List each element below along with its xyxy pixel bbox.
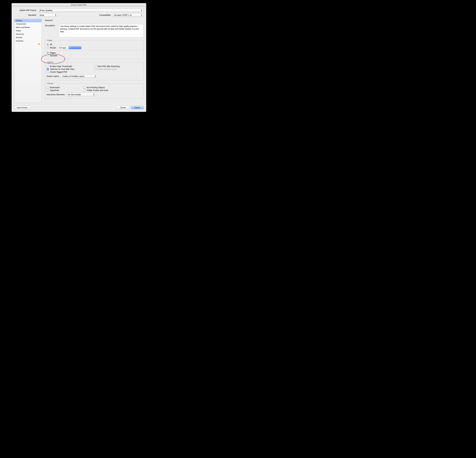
- compatibility-select[interactable]: Acrobat 5 (PDF 1.4): [112, 13, 144, 17]
- standard-label: Standard:: [14, 14, 38, 16]
- updown-icon: [141, 14, 143, 16]
- standard-value: None: [40, 14, 44, 16]
- interactive-label: Interactive Elements:: [47, 93, 65, 96]
- radio-all[interactable]: [47, 43, 49, 46]
- range-combo[interactable]: All Pages: [57, 46, 81, 49]
- export-layers-select[interactable]: Visible & Printable Layers: [60, 75, 97, 78]
- sidebar-item-compression[interactable]: Compression: [14, 22, 42, 26]
- panel-title: General: [45, 19, 144, 21]
- chk-hyperlinks[interactable]: [47, 89, 49, 91]
- chk-acrobat-layers-label: Create Acrobat Layers: [97, 68, 117, 70]
- sidebar-item-marks-bleeds[interactable]: Marks and Bleeds: [14, 26, 42, 29]
- radio-pages-label: Pages: [50, 52, 56, 54]
- chk-optimise[interactable]: [47, 68, 49, 70]
- preset-select[interactable]: [Press Quality]: [38, 9, 144, 12]
- radio-range[interactable]: [47, 47, 49, 49]
- preset-label: Adobe PDF Preset:: [14, 9, 38, 11]
- range-value: All Pages: [58, 47, 68, 49]
- radio-range-label: Range:: [50, 47, 56, 49]
- updown-icon: [55, 14, 57, 16]
- chk-bookmarks[interactable]: [47, 86, 49, 89]
- radio-spreads-label: Spreads: [50, 54, 57, 57]
- chk-hyperlinks-label: Hyperlinks: [50, 89, 59, 91]
- export-layers-label: Export Layers:: [47, 75, 59, 77]
- include-group: Include Bookmarks Hyperlinks Non-Printin…: [45, 82, 144, 99]
- options-group: Options Embed Page Thumbnails Optimise f…: [45, 61, 144, 80]
- sidebar-item-security[interactable]: Security: [14, 36, 42, 39]
- updown-icon: [68, 46, 81, 49]
- include-legend: Include: [47, 82, 54, 84]
- chk-guides-label: Visible Guides and Grids: [87, 89, 108, 91]
- save-preset-button[interactable]: Save Preset...: [14, 106, 31, 109]
- updown-icon: [93, 93, 95, 96]
- chk-acrobat-layers: [94, 68, 96, 70]
- export-button[interactable]: Export: [131, 106, 144, 109]
- pages-legend: Pages: [47, 39, 53, 41]
- sidebar-item-output[interactable]: Output: [14, 29, 42, 33]
- category-sidebar: General Compression Marks and Bleeds Out…: [14, 19, 42, 103]
- sidebar-item-advanced[interactable]: Advanced: [14, 33, 42, 36]
- chk-tagged-label: Create Tagged PDF: [50, 71, 67, 73]
- pages-group: Pages All Range: All Pages: [45, 39, 144, 59]
- chk-view-after[interactable]: [94, 65, 96, 68]
- compatibility-label: Compatibility:: [99, 14, 112, 16]
- window-title: Export Adobe PDF: [12, 3, 146, 7]
- chk-nonprinting[interactable]: [83, 86, 85, 89]
- chk-optimise-label: Optimise for Fast Web View: [50, 68, 74, 70]
- interactive-value: Do Not Include: [68, 93, 81, 96]
- updown-icon: [141, 9, 143, 11]
- standard-select[interactable]: None: [38, 13, 58, 17]
- chk-tagged[interactable]: [47, 71, 49, 73]
- chk-guides[interactable]: [83, 89, 85, 91]
- chk-embed-thumbs[interactable]: [47, 65, 49, 68]
- chk-nonprinting-label: Non-Printing Objects: [87, 86, 105, 89]
- export-pdf-dialog: Export Adobe PDF Adobe PDF Preset: [Pres…: [12, 3, 146, 112]
- warning-icon: [38, 43, 40, 45]
- compatibility-value: Acrobat 5 (PDF 1.4): [114, 14, 132, 16]
- radio-pages[interactable]: [47, 52, 49, 54]
- radio-spreads[interactable]: [47, 55, 49, 57]
- radio-all-label: All: [50, 43, 52, 46]
- options-legend: Options: [47, 61, 54, 63]
- cancel-button[interactable]: Cancel: [117, 106, 129, 109]
- updown-icon: [94, 75, 96, 77]
- interactive-select[interactable]: Do Not Include: [66, 93, 96, 96]
- description-text[interactable]: Use these settings to create Adobe PDF d…: [59, 24, 144, 37]
- chk-view-after-label: View PDF after Exporting: [97, 65, 119, 68]
- export-layers-value: Visible & Printable Layers: [62, 75, 85, 77]
- chk-bookmarks-label: Bookmarks: [50, 86, 60, 89]
- preset-value: [Press Quality]: [40, 9, 52, 11]
- chk-embed-thumbs-label: Embed Page Thumbnails: [50, 65, 72, 68]
- sidebar-item-summary[interactable]: Summary: [14, 39, 42, 43]
- sidebar-item-general[interactable]: General: [14, 19, 42, 22]
- description-label: Description:: [45, 24, 59, 37]
